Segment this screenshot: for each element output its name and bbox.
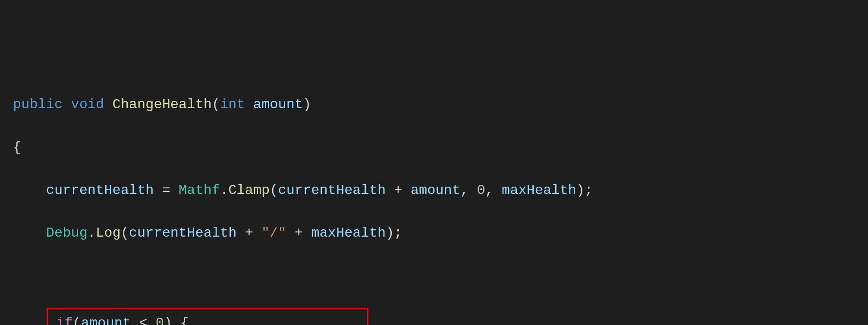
keyword-void: void (71, 97, 104, 112)
code-line-1: public void ChangeHealth(int amount) (13, 94, 868, 116)
string-literal: "/" (261, 225, 286, 241)
code-line-4: Debug.Log(currentHealth + "/" + maxHealt… (13, 222, 868, 244)
keyword-int: int (220, 97, 245, 112)
method-Log: Log (96, 225, 121, 241)
brace-open: { (13, 140, 21, 156)
method-Clamp: Clamp (228, 182, 270, 198)
code-line-6: if(amount < 0) { (48, 312, 363, 325)
code-line-2: { (13, 137, 868, 159)
code-line-5-blank (13, 265, 868, 287)
paren-open: ( (212, 97, 220, 112)
highlighted-code-block: if(amount < 0) { HealthUI.AnimateHealthB… (47, 308, 368, 325)
method-declaration-name: ChangeHealth (112, 97, 211, 112)
paren-close: ) (303, 97, 311, 112)
type-Debug: Debug (46, 225, 88, 241)
code-editor[interactable]: public void ChangeHealth(int amount) { c… (13, 94, 868, 325)
field-currentHealth: currentHealth (46, 182, 154, 198)
keyword-public: public (13, 97, 63, 112)
code-line-3: currentHealth = Mathf.Clamp(currentHealt… (13, 180, 868, 201)
type-Mathf: Mathf (179, 182, 220, 198)
parameter-name: amount (253, 97, 303, 112)
keyword-if: if (56, 315, 72, 325)
